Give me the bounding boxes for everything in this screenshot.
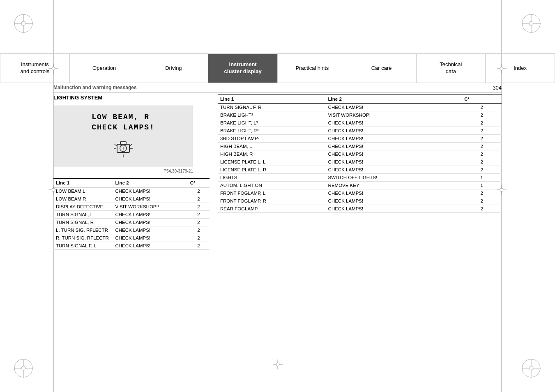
svg-text:!: !: [122, 146, 124, 151]
cell-c: 2: [462, 150, 502, 158]
cell-line1: AUTOM. LIGHT ON: [218, 182, 326, 189]
table-row: HIGH BEAM, R CHECK LAMPS! 2: [218, 150, 502, 158]
nav-practical-hints[interactable]: Practical hints: [278, 54, 347, 83]
nav-technical-data[interactable]: Technicaldata: [417, 54, 486, 83]
cell-c: 2: [462, 158, 502, 166]
table-row: LOW BEAM,R CHECK LAMPS! 2: [53, 195, 210, 203]
cell-c: 2: [462, 197, 502, 205]
cell-line2: CHECK LAMPS!: [326, 158, 462, 166]
right-table-header-c: C*: [462, 95, 502, 104]
display-text: LOW BEAM, R CHECK LAMPS!: [92, 112, 155, 133]
nav-instrument-cluster-display[interactable]: Instrumentcluster display: [208, 54, 278, 83]
right-column: Line 1 Line 2 C* TURN SIGNAL F, R CHECK …: [218, 95, 502, 359]
table-row: TURN SIGNAL F, L CHECK LAMPS! 2: [53, 242, 210, 250]
corner-decoration-bl: [12, 357, 35, 380]
cell-line1: R. TURN SIG. RFLECTR: [53, 234, 113, 242]
corner-decoration-tl: [12, 12, 35, 35]
cell-line1: LICENSE PLATE L, L: [218, 158, 326, 166]
svg-line-46: [130, 144, 132, 146]
svg-point-19: [529, 366, 533, 370]
table-row: HIGH BEAM, L CHECK LAMPS! 2: [218, 143, 502, 150]
cell-line2: CHECK LAMPS!: [326, 150, 462, 158]
cell-c: 2: [188, 234, 210, 242]
cell-c: 2: [462, 166, 502, 174]
cell-line2: CHECK LAMPS!: [113, 187, 187, 195]
left-table-header-c: C*: [188, 179, 210, 187]
svg-point-1: [21, 21, 25, 25]
cell-c: 2: [188, 219, 210, 226]
table-row: FRONT FOGLAMP, L CHECK LAMPS! 2: [218, 189, 502, 197]
cell-line2: CHECK LAMPS!: [113, 219, 187, 226]
table-row: BRAKE LIGHT, R³ CHECK LAMPS! 2: [218, 127, 502, 135]
cell-line2: CHECK LAMPS!: [326, 127, 462, 135]
table-row: FRONT FOGLAMP, R CHECK LAMPS! 2: [218, 197, 502, 205]
left-column: LIGHTING SYSTEM LOW BEAM, R CHECK LAMPS!…: [53, 95, 210, 359]
table-row: LOW BEAM,L CHECK LAMPS! 2: [53, 187, 210, 195]
table-row: AUTOM. LIGHT ON REMOVE KEY! 1: [218, 182, 502, 189]
cell-c: 2: [462, 104, 502, 111]
nav-car-care[interactable]: Car care: [347, 54, 417, 83]
nav-operation[interactable]: Operation: [70, 54, 139, 83]
page-number: 304: [493, 85, 502, 91]
cell-line1: TURN SIGNAL F, L: [53, 242, 113, 250]
cell-c: 2: [462, 111, 502, 119]
cell-line1: HIGH BEAM, L: [218, 143, 326, 150]
cell-line1: TURN SIGNAL F, R: [218, 104, 326, 111]
cell-line1: LIGHTS: [218, 174, 326, 182]
svg-point-13: [21, 366, 25, 370]
cell-line2: SWITCH OFF LIGHTS!: [326, 174, 462, 182]
cell-c: 1: [462, 174, 502, 182]
cell-line2: VISIT WORKSHOP!¹: [113, 203, 187, 211]
cell-line1: LOW BEAM,L: [53, 187, 113, 195]
cell-c: 2: [188, 195, 210, 203]
svg-point-38: [276, 363, 279, 366]
display-image: LOW BEAM, R CHECK LAMPS! !: [53, 106, 193, 167]
cell-line2: CHECK LAMPS!: [113, 195, 187, 203]
cell-line2: CHECK LAMPS!: [113, 242, 187, 250]
cell-line2: CHECK LAMPS!: [113, 234, 187, 242]
subtitle-text: Malfunction and warning messages: [53, 85, 137, 90]
nav-index[interactable]: Index: [486, 54, 555, 83]
table-row: TURN SIGNAL, R CHECK LAMPS! 2: [53, 219, 210, 226]
cell-line1: LOW BEAM,R: [53, 195, 113, 203]
cell-c: 2: [462, 119, 502, 127]
cell-line1: BRAKE LIGHT²: [218, 111, 326, 119]
left-table-header-line1: Line 1: [53, 179, 113, 187]
svg-line-45: [115, 144, 117, 146]
cell-line2: REMOVE KEY!: [326, 182, 462, 189]
corner-decoration-tr: [520, 12, 543, 35]
right-data-table: Line 1 Line 2 C* TURN SIGNAL F, R CHECK …: [218, 95, 502, 213]
cell-line1: DISPLAY DEFECTIVE: [53, 203, 113, 211]
left-data-table: Line 1 Line 2 C* LOW BEAM,L CHECK LAMPS!…: [53, 178, 210, 250]
cell-c: 1: [462, 182, 502, 189]
cell-line1: TURN SIGNAL, R: [53, 219, 113, 226]
section-title: LIGHTING SYSTEM: [53, 95, 210, 101]
table-row: DISPLAY DEFECTIVE VISIT WORKSHOP!¹ 2: [53, 203, 210, 211]
cell-line1: FRONT FOGLAMP, R: [218, 197, 326, 205]
content-area: LIGHTING SYSTEM LOW BEAM, R CHECK LAMPS!…: [53, 95, 502, 359]
table-row: LIGHTS SWITCH OFF LIGHTS! 1: [218, 174, 502, 182]
table-row: TURN SIGNAL, L CHECK LAMPS! 2: [53, 211, 210, 219]
table-row: 3RD STOP LAMP³ CHECK LAMPS! 2: [218, 135, 502, 143]
cell-line2: CHECK LAMPS!: [326, 119, 462, 127]
cell-line1: REAR FOGLAMP: [218, 205, 326, 213]
cell-line2: CHECK LAMPS!: [326, 104, 462, 111]
cell-line2: VISIT WORKSHOP!: [326, 111, 462, 119]
navigation-bar: Instrumentsand controls Operation Drivin…: [0, 53, 555, 83]
lamp-warning-icon: !: [109, 136, 138, 161]
cell-line1: BRAKE LIGHT, L³: [218, 119, 326, 127]
table-row: LICENSE PLATE L, R CHECK LAMPS! 2: [218, 166, 502, 174]
table-row: TURN SIGNAL F, R CHECK LAMPS! 2: [218, 104, 502, 111]
crosshair-bottom-center: [273, 360, 283, 369]
cell-line2: CHECK LAMPS!: [326, 166, 462, 174]
cell-line1: BRAKE LIGHT, R³: [218, 127, 326, 135]
cell-line1: HIGH BEAM, R: [218, 150, 326, 158]
cell-c: 2: [188, 211, 210, 219]
table-row: BRAKE LIGHT² VISIT WORKSHOP! 2: [218, 111, 502, 119]
cell-line1: TURN SIGNAL, L: [53, 211, 113, 219]
subtitle-bar: Malfunction and warning messages 304: [53, 83, 502, 92]
nav-driving[interactable]: Driving: [139, 54, 209, 83]
nav-instruments-and-controls[interactable]: Instrumentsand controls: [0, 54, 70, 83]
cell-c: 2: [462, 127, 502, 135]
cell-line2: CHECK LAMPS!: [113, 211, 187, 219]
